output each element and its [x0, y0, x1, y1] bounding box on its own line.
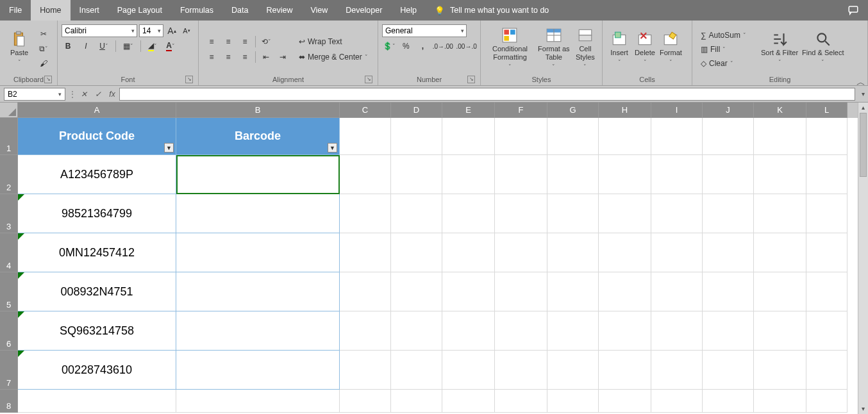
cell-H8[interactable]	[599, 390, 651, 413]
cell-G3[interactable]	[547, 194, 599, 233]
cell-D1[interactable]	[391, 118, 442, 155]
increase-decimal-button[interactable]: .0→.00	[433, 40, 453, 53]
cells-area[interactable]: Product Code▼Barcode▼A123456789P98521364…	[18, 118, 858, 404]
cell-E4[interactable]	[442, 233, 495, 272]
align-right-button[interactable]: ≡	[238, 51, 251, 63]
tab-formulas[interactable]: Formulas	[171, 0, 222, 21]
cell-E7[interactable]	[442, 351, 495, 390]
delete-cells-button[interactable]: Delete	[632, 23, 658, 74]
autosum-button[interactable]: ∑AutoSum	[699, 29, 756, 42]
font-color-button[interactable]: A	[164, 40, 177, 53]
number-launcher[interactable]: ↘	[467, 76, 475, 83]
cell-A2[interactable]: A123456789P	[18, 155, 176, 194]
row-header-5[interactable]: 5	[0, 272, 18, 311]
cell-C4[interactable]	[340, 233, 391, 272]
vertical-scrollbar[interactable]: ▴ ▾	[858, 103, 868, 414]
cell-G6[interactable]	[547, 311, 599, 351]
cell-I7[interactable]	[651, 351, 703, 390]
cell-A6[interactable]: SQ963214758	[18, 311, 176, 351]
cell-L6[interactable]	[806, 311, 847, 351]
name-box[interactable]: B2	[4, 88, 65, 101]
cell-I2[interactable]	[651, 155, 703, 194]
row-header-4[interactable]: 4	[0, 233, 18, 272]
increase-font-button[interactable]: A▴	[165, 24, 178, 37]
cell-D4[interactable]	[391, 233, 442, 272]
cell-C7[interactable]	[340, 351, 391, 390]
wrap-text-button[interactable]: ↩Wrap Text	[297, 35, 367, 48]
align-top-button[interactable]: ≡	[205, 35, 218, 48]
column-header-H[interactable]: H	[599, 103, 651, 118]
cell-B3[interactable]	[176, 194, 340, 233]
cell-G1[interactable]	[547, 118, 599, 155]
tab-help[interactable]: Help	[391, 0, 426, 21]
column-header-D[interactable]: D	[391, 103, 442, 118]
font-name-select[interactable]: Calibri	[62, 24, 137, 37]
bold-button[interactable]: B	[62, 40, 74, 53]
tab-developer[interactable]: Developer	[337, 0, 391, 21]
cell-I1[interactable]	[651, 118, 703, 155]
cell-D2[interactable]	[391, 155, 442, 194]
copy-button[interactable]: ⧉	[37, 42, 50, 55]
clear-button[interactable]: ◇Clear	[699, 57, 756, 70]
column-header-C[interactable]: C	[340, 103, 391, 118]
collapse-ribbon-button[interactable]: ︿	[856, 77, 865, 88]
borders-button[interactable]: ▦	[121, 40, 135, 53]
formula-input[interactable]	[119, 88, 855, 101]
cell-G2[interactable]	[547, 155, 599, 194]
cell-F8[interactable]	[495, 390, 547, 413]
cell-C3[interactable]	[340, 194, 391, 233]
cell-J4[interactable]	[703, 233, 754, 272]
row-header-7[interactable]: 7	[0, 351, 18, 390]
column-header-B[interactable]: B	[176, 103, 340, 118]
underline-button[interactable]: U	[97, 40, 110, 53]
cell-L3[interactable]	[806, 194, 847, 233]
enter-formula-button[interactable]: ✓	[91, 90, 105, 99]
align-left-button[interactable]: ≡	[205, 51, 218, 63]
select-all-corner[interactable]	[0, 103, 18, 118]
font-size-select[interactable]: 14	[139, 24, 163, 37]
cell-A7[interactable]: 00228743610	[18, 351, 176, 390]
number-format-select[interactable]: General	[382, 24, 467, 37]
cell-A3[interactable]: 98521364799	[18, 194, 176, 233]
cell-C6[interactable]	[340, 311, 391, 351]
row-header-1[interactable]: 1	[0, 118, 18, 155]
column-header-E[interactable]: E	[442, 103, 495, 118]
find-select-button[interactable]: Find & Select	[800, 23, 846, 74]
cell-E1[interactable]	[442, 118, 495, 155]
cell-F5[interactable]	[495, 272, 547, 311]
tab-page-layout[interactable]: Page Layout	[108, 0, 171, 21]
cell-B8[interactable]	[176, 390, 340, 413]
cell-L7[interactable]	[806, 351, 847, 390]
cell-H4[interactable]	[599, 233, 651, 272]
cell-H2[interactable]	[599, 155, 651, 194]
expand-formula-bar-button[interactable]: ▾	[858, 90, 868, 97]
format-as-table-button[interactable]: Format as Table	[535, 23, 572, 74]
cell-H5[interactable]	[599, 272, 651, 311]
cell-J8[interactable]	[703, 390, 754, 413]
font-launcher[interactable]: ↘	[185, 76, 193, 83]
cell-I4[interactable]	[651, 233, 703, 272]
row-header-2[interactable]: 2	[0, 155, 18, 194]
comma-button[interactable]: ,	[416, 40, 429, 53]
fill-button[interactable]: ▥Fill	[699, 43, 756, 56]
cell-L1[interactable]	[806, 118, 847, 155]
cell-G7[interactable]	[547, 351, 599, 390]
cancel-formula-button[interactable]: ✕	[77, 90, 91, 99]
cell-G5[interactable]	[547, 272, 599, 311]
accounting-format-button[interactable]: 💲	[382, 40, 396, 53]
cell-K1[interactable]	[754, 118, 806, 155]
cell-L4[interactable]	[806, 233, 847, 272]
cell-D3[interactable]	[391, 194, 442, 233]
cell-A8[interactable]	[18, 390, 176, 413]
align-bottom-button[interactable]: ≡	[238, 35, 251, 48]
fx-button[interactable]: fx	[105, 90, 119, 99]
cell-B1[interactable]: Barcode▼	[176, 118, 340, 155]
cell-D5[interactable]	[391, 272, 442, 311]
column-header-L[interactable]: L	[806, 103, 847, 118]
cell-K2[interactable]	[754, 155, 806, 194]
cell-H1[interactable]	[599, 118, 651, 155]
cell-G4[interactable]	[547, 233, 599, 272]
cell-E8[interactable]	[442, 390, 495, 413]
cell-C1[interactable]	[340, 118, 391, 155]
cell-A4[interactable]: 0MN12457412	[18, 233, 176, 272]
